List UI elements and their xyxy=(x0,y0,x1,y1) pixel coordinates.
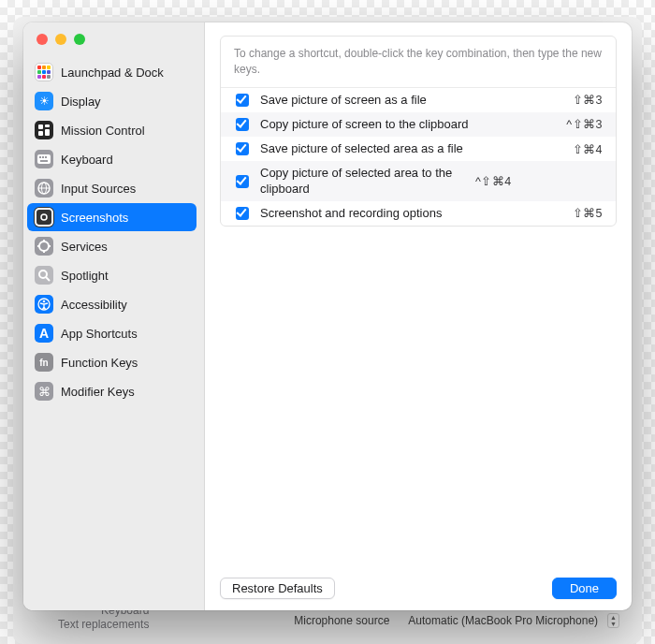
sidebar-item-screenshots[interactable]: Screenshots xyxy=(27,203,196,231)
restore-defaults-button[interactable]: Restore Defaults xyxy=(220,578,335,599)
keyboard-icon xyxy=(35,150,53,168)
keyboard-shortcuts-window: Launchpad & Dock ☀ Display Mission Contr… xyxy=(23,22,632,610)
display-icon: ☀ xyxy=(35,92,53,110)
minimize-icon[interactable] xyxy=(55,34,66,45)
sidebar-item-label: Display xyxy=(61,95,101,109)
launchpad-icon xyxy=(35,63,53,81)
sidebar-item-label: App Shortcuts xyxy=(61,327,138,341)
sidebar-item-label: Accessibility xyxy=(61,298,127,312)
sidebar-item-label: Services xyxy=(61,240,108,254)
bg-mic-select-value[interactable]: Automatic (MacBook Pro Microphone) xyxy=(399,612,607,629)
app-shortcuts-icon: A xyxy=(35,324,53,343)
shortcut-checkbox[interactable] xyxy=(236,94,249,107)
sidebar: Launchpad & Dock ☀ Display Mission Contr… xyxy=(23,22,205,610)
input-sources-icon xyxy=(35,179,53,198)
modifier-keys-icon: ⌘ xyxy=(35,382,53,401)
services-icon xyxy=(35,237,53,256)
svg-rect-7 xyxy=(45,156,47,158)
stepper-icon[interactable]: ▲▼ xyxy=(607,613,619,628)
shortcut-label: Copy picture of selected area to the cli… xyxy=(260,166,475,197)
shortcut-row[interactable]: Screenshot and recording options ⇧⌘5 xyxy=(221,201,616,226)
sidebar-item-label: Launchpad & Dock xyxy=(61,66,164,80)
close-icon[interactable] xyxy=(36,34,48,45)
sidebar-item-mission-control[interactable]: Mission Control xyxy=(27,116,196,144)
shortcut-label: Copy picture of screen to the clipboard xyxy=(260,117,566,132)
sidebar-item-label: Spotlight xyxy=(61,269,109,283)
svg-point-21 xyxy=(43,300,46,303)
sidebar-item-label: Mission Control xyxy=(61,124,145,138)
sidebar-item-label: Keyboard xyxy=(61,153,113,167)
svg-rect-5 xyxy=(39,156,41,158)
bg-mic-label: Microphone source xyxy=(284,612,399,629)
shortcut-label: Save picture of screen as a file xyxy=(260,93,573,108)
done-button[interactable]: Done xyxy=(552,578,617,599)
svg-point-12 xyxy=(41,214,47,220)
svg-line-19 xyxy=(46,277,50,281)
svg-rect-8 xyxy=(40,160,48,162)
sidebar-item-app-shortcuts[interactable]: A App Shortcuts xyxy=(27,319,196,347)
svg-rect-3 xyxy=(45,129,50,136)
mission-control-icon xyxy=(35,121,53,139)
sidebar-item-function-keys[interactable]: fn Function Keys xyxy=(27,348,196,376)
sidebar-item-modifier-keys[interactable]: ⌘ Modifier Keys xyxy=(27,377,196,405)
footer: Restore Defaults Done xyxy=(220,566,617,599)
zoom-icon[interactable] xyxy=(74,34,85,45)
svg-rect-0 xyxy=(38,124,43,129)
bg-mic-row: Microphone source Automatic (MacBook Pro… xyxy=(284,612,619,629)
sidebar-item-services[interactable]: Services xyxy=(27,232,196,260)
accessibility-icon xyxy=(35,295,53,314)
svg-point-18 xyxy=(39,271,47,278)
function-keys-icon: fn xyxy=(35,353,53,372)
window-controls xyxy=(27,32,196,58)
sidebar-item-spotlight[interactable]: Spotlight xyxy=(27,261,196,289)
shortcut-checkbox[interactable] xyxy=(236,118,249,131)
svg-point-13 xyxy=(39,242,49,251)
sidebar-item-input-sources[interactable]: Input Sources xyxy=(27,174,196,202)
svg-rect-4 xyxy=(37,154,51,164)
sidebar-nav: Launchpad & Dock ☀ Display Mission Contr… xyxy=(27,58,196,405)
shortcut-keys[interactable]: ⇧⌘4 xyxy=(573,142,603,156)
spotlight-icon xyxy=(35,266,53,285)
svg-rect-1 xyxy=(45,124,50,127)
sidebar-item-label: Input Sources xyxy=(61,182,136,196)
sidebar-item-label: Function Keys xyxy=(61,356,138,370)
shortcut-checkbox[interactable] xyxy=(236,175,249,188)
shortcut-keys[interactable]: ^⇧⌘4 xyxy=(475,174,512,188)
sidebar-item-accessibility[interactable]: Accessibility xyxy=(27,290,196,318)
hint-text: To change a shortcut, double-click the k… xyxy=(221,37,616,88)
shortcut-row[interactable]: Copy picture of selected area to the cli… xyxy=(221,161,616,201)
screenshots-icon xyxy=(35,208,53,227)
shortcut-row[interactable]: Copy picture of screen to the clipboard … xyxy=(221,112,616,137)
shortcut-row[interactable]: Save picture of selected area as a file … xyxy=(221,137,616,161)
sidebar-item-label: Screenshots xyxy=(61,211,128,225)
shortcut-checkbox[interactable] xyxy=(236,142,249,155)
shortcut-label: Save picture of selected area as a file xyxy=(260,141,573,156)
shortcut-row[interactable]: Save picture of screen as a file ⇧⌘3 xyxy=(221,88,616,112)
sidebar-item-keyboard[interactable]: Keyboard xyxy=(27,145,196,173)
sidebar-item-display[interactable]: ☀ Display xyxy=(27,87,196,115)
svg-rect-6 xyxy=(42,156,44,158)
shortcut-keys[interactable]: ⇧⌘3 xyxy=(573,93,603,107)
shortcuts-panel: To change a shortcut, double-click the k… xyxy=(220,36,617,227)
sidebar-item-label: Modifier Keys xyxy=(61,385,135,399)
content-pane: To change a shortcut, double-click the k… xyxy=(205,22,632,610)
shortcut-keys[interactable]: ^⇧⌘3 xyxy=(566,117,603,131)
svg-rect-2 xyxy=(38,131,43,136)
sidebar-item-launchpad-dock[interactable]: Launchpad & Dock xyxy=(27,58,196,86)
shortcut-keys[interactable]: ⇧⌘5 xyxy=(573,206,603,220)
shortcut-label: Screenshot and recording options xyxy=(260,206,573,221)
shortcut-checkbox[interactable] xyxy=(236,207,249,220)
